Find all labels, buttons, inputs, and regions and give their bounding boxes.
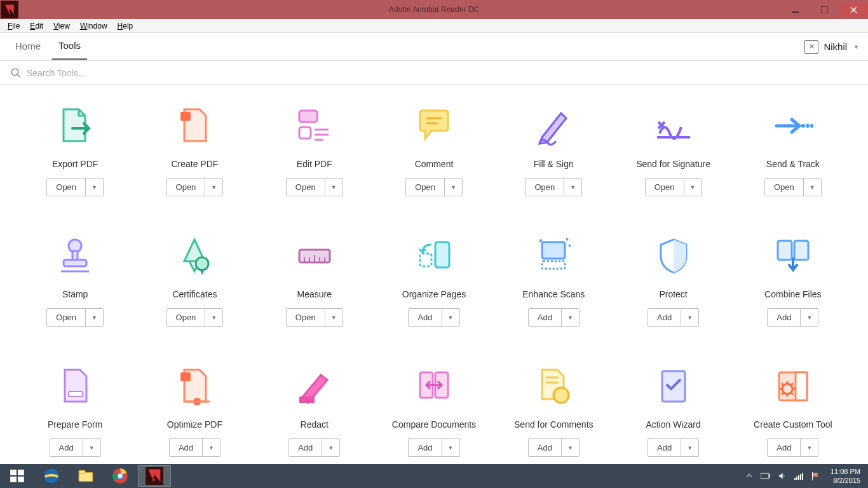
prepare-form-icon[interactable] — [53, 365, 97, 408]
open-button[interactable]: Open — [47, 309, 86, 326]
fill-sign-icon[interactable] — [532, 104, 575, 147]
dropdown-caret[interactable]: ▼ — [562, 309, 579, 326]
optimize-pdf-icon[interactable] — [173, 365, 216, 408]
tray-battery-icon[interactable] — [761, 471, 771, 481]
add-button[interactable]: Add — [529, 309, 562, 326]
dropdown-caret[interactable]: ▼ — [801, 309, 818, 326]
maximize-button[interactable] — [810, 3, 839, 17]
svg-rect-55 — [79, 470, 85, 473]
menu-help[interactable]: Help — [112, 20, 139, 32]
redact-icon[interactable] — [293, 365, 336, 408]
dropdown-caret[interactable]: ▼ — [804, 179, 821, 196]
tool-label: Fill & Sign — [534, 159, 574, 169]
dropdown-caret[interactable]: ▼ — [562, 439, 579, 456]
open-button[interactable]: Open — [167, 309, 206, 326]
dropdown-caret[interactable]: ▼ — [445, 179, 462, 196]
send-track-icon[interactable] — [771, 104, 815, 147]
svg-point-2 — [11, 69, 18, 76]
add-button[interactable]: Add — [289, 439, 322, 456]
open-button[interactable]: Open — [765, 179, 804, 196]
dropdown-caret[interactable]: ▼ — [681, 439, 698, 456]
mobile-link-icon[interactable]: ✕ — [804, 40, 818, 54]
svg-rect-18 — [72, 251, 78, 260]
open-button[interactable]: Open — [646, 179, 684, 196]
tool-label: Optimize PDF — [167, 419, 222, 430]
taskbar-ie[interactable] — [35, 465, 68, 487]
tool-action-group: Open▼ — [764, 178, 822, 196]
user-menu-caret[interactable]: ▼ — [853, 44, 859, 50]
organize-pages-icon[interactable] — [412, 234, 456, 278]
add-button[interactable]: Add — [409, 439, 442, 456]
menu-view[interactable]: View — [48, 20, 75, 32]
combine-files-icon[interactable] — [771, 234, 815, 278]
user-name[interactable]: Nikhil — [824, 41, 847, 52]
close-button[interactable] — [839, 3, 868, 17]
action-wizard-icon[interactable] — [652, 365, 695, 408]
taskbar-start-button[interactable] — [1, 465, 34, 487]
add-button[interactable]: Add — [648, 309, 681, 326]
tray-up-icon[interactable] — [744, 471, 754, 481]
tray-network-icon[interactable] — [794, 471, 804, 481]
measure-icon[interactable] — [293, 234, 336, 278]
svg-rect-35 — [180, 372, 191, 381]
send-signature-icon[interactable] — [652, 104, 695, 147]
open-button[interactable]: Open — [526, 179, 564, 196]
dropdown-caret[interactable]: ▼ — [681, 309, 698, 326]
svg-rect-28 — [435, 242, 449, 268]
dropdown-caret[interactable]: ▼ — [86, 309, 103, 326]
search-input[interactable] — [27, 68, 217, 78]
dropdown-caret[interactable]: ▼ — [205, 309, 222, 326]
compare-documents-icon[interactable] — [412, 365, 456, 408]
taskbar-acrobat[interactable] — [138, 465, 171, 487]
tray-volume-icon[interactable] — [777, 471, 787, 481]
tab-home[interactable]: Home — [9, 34, 47, 59]
certificates-icon[interactable] — [173, 234, 216, 278]
tray-flag-icon[interactable] — [810, 471, 820, 481]
menu-file[interactable]: File — [3, 20, 25, 32]
minimize-button[interactable] — [780, 3, 810, 17]
dropdown-caret[interactable]: ▼ — [442, 309, 459, 326]
add-button[interactable]: Add — [768, 309, 801, 326]
taskbar-explorer[interactable] — [69, 465, 102, 487]
add-button[interactable]: Add — [768, 439, 801, 456]
dropdown-caret[interactable]: ▼ — [83, 439, 100, 456]
open-button[interactable]: Open — [287, 179, 325, 196]
tool-label: Create Custom Tool — [754, 419, 832, 430]
dropdown-caret[interactable]: ▼ — [86, 179, 103, 196]
add-button[interactable]: Add — [529, 439, 562, 456]
dropdown-caret[interactable]: ▼ — [203, 439, 220, 456]
comment-icon[interactable] — [412, 104, 456, 147]
custom-tool-icon[interactable] — [771, 365, 815, 408]
tray-clock[interactable]: 11:08 PM 8/2/2015 — [827, 467, 864, 485]
open-button[interactable]: Open — [406, 179, 445, 196]
add-button[interactable]: Add — [409, 309, 442, 326]
dropdown-caret[interactable]: ▼ — [325, 179, 342, 196]
menu-edit[interactable]: Edit — [25, 20, 48, 32]
tab-tools[interactable]: Tools — [52, 34, 87, 60]
dropdown-caret[interactable]: ▼ — [801, 439, 818, 456]
enhance-scans-icon[interactable] — [532, 234, 575, 278]
add-button[interactable]: Add — [50, 439, 83, 456]
dropdown-caret[interactable]: ▼ — [325, 309, 342, 326]
dropdown-caret[interactable]: ▼ — [205, 179, 222, 196]
stamp-icon[interactable] — [53, 234, 97, 278]
edit-pdf-icon[interactable] — [293, 104, 336, 147]
open-button[interactable]: Open — [167, 179, 206, 196]
dropdown-caret[interactable]: ▼ — [442, 439, 459, 456]
open-button[interactable]: Open — [47, 179, 86, 196]
tools-scroll-area[interactable]: Export PDFOpen▼Create PDFOpen▼Edit PDFOp… — [0, 85, 868, 464]
dropdown-caret[interactable]: ▼ — [684, 179, 702, 196]
tool-card: Action WizardAdd▼ — [613, 365, 733, 457]
send-comments-icon[interactable] — [532, 365, 575, 408]
open-button[interactable]: Open — [287, 309, 325, 326]
menu-window[interactable]: Window — [75, 20, 112, 32]
export-pdf-icon[interactable] — [53, 104, 97, 147]
create-pdf-icon[interactable] — [173, 104, 216, 147]
add-button[interactable]: Add — [648, 439, 681, 456]
dropdown-caret[interactable]: ▼ — [322, 439, 339, 456]
dropdown-caret[interactable]: ▼ — [564, 179, 581, 196]
add-button[interactable]: Add — [170, 439, 203, 456]
tool-label: Send & Track — [766, 159, 820, 169]
protect-icon[interactable] — [652, 234, 695, 278]
taskbar-chrome[interactable] — [104, 465, 137, 487]
